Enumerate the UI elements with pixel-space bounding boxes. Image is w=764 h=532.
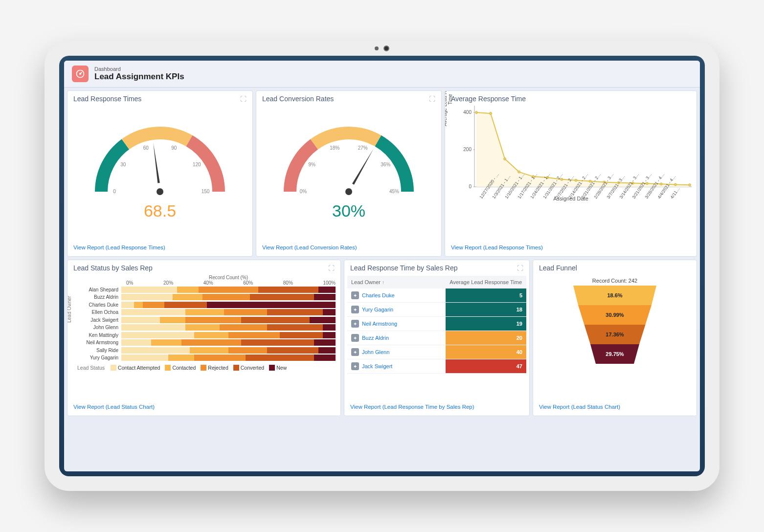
user-icon: ✦ xyxy=(351,306,359,313)
stacked-bar-row: Neil Armstrong xyxy=(72,339,336,346)
value-cell: 40 xyxy=(446,345,526,359)
svg-text:60: 60 xyxy=(143,145,149,151)
svg-text:36%: 36% xyxy=(381,162,390,167)
owner-cell[interactable]: ✦Yury Gagarin xyxy=(347,303,446,316)
stacked-bar-row: Charles Duke xyxy=(72,301,336,309)
view-report-link[interactable]: View Report (Lead Response Times) xyxy=(73,244,165,250)
funnel-segment: 30.99% xyxy=(578,305,652,325)
svg-text:30: 30 xyxy=(120,162,126,167)
user-icon: ✦ xyxy=(351,291,359,299)
svg-text:150: 150 xyxy=(202,189,210,194)
owner-label: Alan Shepard xyxy=(72,287,121,292)
gauge-value: 68.5 xyxy=(72,201,247,221)
value-cell: 47 xyxy=(446,359,526,373)
svg-point-24 xyxy=(475,111,478,114)
value-cell: 5 xyxy=(446,288,526,302)
card-title: Average Response Time xyxy=(451,95,526,103)
stacked-bar-row: Jack Swigert xyxy=(72,316,336,324)
svg-text:90: 90 xyxy=(171,145,177,151)
svg-text:45%: 45% xyxy=(389,189,399,194)
table-row[interactable]: ✦John Glenn 40 xyxy=(347,345,526,359)
page-header: Dashboard Lead Assignment KPIs xyxy=(64,61,700,88)
expand-icon[interactable]: ⛶ xyxy=(240,95,247,103)
tablet-frame: Dashboard Lead Assignment KPIs Lead Resp… xyxy=(45,41,719,491)
x-axis-label: Record Count (%) xyxy=(72,275,336,280)
gauge-chart: 0%9%18%27%36%45% xyxy=(261,106,436,201)
view-report-link[interactable]: View Report (Lead Response Times) xyxy=(451,244,543,250)
svg-text:0: 0 xyxy=(113,189,116,194)
svg-point-15 xyxy=(345,188,352,195)
stacked-bar-row: Ken Mattingly xyxy=(72,332,336,339)
view-report-link[interactable]: View Report (Lead Conversion Rates) xyxy=(262,244,357,250)
x-axis-ticks: 12/27/2020 - …1/3/2021 - 1…1/10/2021 - 1… xyxy=(450,189,692,194)
card-title: Lead Status by Sales Rep xyxy=(73,264,153,272)
table-row[interactable]: ✦Jack Swigert 47 xyxy=(347,359,526,374)
view-report-link[interactable]: View Report (Lead Status Chart) xyxy=(539,404,620,410)
card-lead-conversion-rates: Lead Conversion Rates ⛶ 0%9%18%27%36%45%… xyxy=(256,90,442,257)
card-title: Lead Conversion Rates xyxy=(262,95,334,103)
stacked-bar-row: Sally Ride xyxy=(72,347,336,354)
user-icon: ✦ xyxy=(351,348,359,356)
owner-cell[interactable]: ✦Charles Duke xyxy=(347,288,446,302)
view-report-link[interactable]: View Report (Lead Response Time by Sales… xyxy=(350,404,474,410)
user-icon: ✦ xyxy=(351,320,359,328)
owner-label: Sally Ride xyxy=(72,348,121,353)
table-row[interactable]: ✦Neil Armstrong 19 xyxy=(347,317,526,331)
card-title: Lead Response Time by Sales Rep xyxy=(350,264,457,272)
expand-icon[interactable]: ⛶ xyxy=(328,265,335,272)
gauge-icon xyxy=(72,66,89,82)
tablet-camera xyxy=(370,46,394,51)
page-title: Lead Assignment KPIs xyxy=(94,72,184,82)
expand-icon[interactable]: ⛶ xyxy=(429,95,435,103)
svg-point-39 xyxy=(689,184,691,186)
svg-text:120: 120 xyxy=(193,162,201,167)
table-row[interactable]: ✦Buzz Aldrin 20 xyxy=(347,331,526,345)
user-icon: ✦ xyxy=(351,362,359,370)
svg-text:200: 200 xyxy=(463,147,472,152)
svg-point-37 xyxy=(660,183,662,185)
expand-icon[interactable]: ⛶ xyxy=(517,265,523,272)
value-cell: 18 xyxy=(446,303,526,316)
value-cell: 19 xyxy=(446,317,526,331)
stacked-bar-row: Buzz Aldrin xyxy=(72,293,336,301)
owner-cell[interactable]: ✦Buzz Aldrin xyxy=(347,331,446,345)
card-average-response-time: Average Response Time 0200400 Average Le… xyxy=(445,90,697,257)
stacked-bar-row: Alan Shepard xyxy=(72,286,336,293)
funnel-segment: 29.75% xyxy=(590,344,639,364)
table-row[interactable]: ✦Charles Duke 5 xyxy=(347,288,526,303)
owner-label: Ken Mattingly xyxy=(72,332,121,338)
column-header-owner[interactable]: Lead Owner ↑ xyxy=(347,276,446,288)
owner-cell[interactable]: ✦John Glenn xyxy=(347,345,446,359)
breadcrumb: Dashboard xyxy=(94,66,184,72)
card-lead-status-by-rep: Lead Status by Sales Rep ⛶ Record Count … xyxy=(67,260,341,416)
stacked-bar-row: Ellen Ochoa xyxy=(72,309,336,316)
user-icon: ✦ xyxy=(351,334,359,342)
svg-point-38 xyxy=(674,183,676,186)
column-header-value[interactable]: Average Lead Response Time xyxy=(446,276,526,288)
sort-ascending-icon: ↑ xyxy=(382,280,384,285)
owner-label: John Glenn xyxy=(72,325,121,330)
stacked-bar-row: John Glenn xyxy=(72,324,336,331)
view-report-link[interactable]: View Report (Lead Status Chart) xyxy=(73,404,155,410)
owner-cell[interactable]: ✦Jack Swigert xyxy=(347,359,446,373)
svg-point-31 xyxy=(575,179,577,181)
svg-text:400: 400 xyxy=(463,110,472,115)
svg-text:27%: 27% xyxy=(358,145,368,151)
card-title: Lead Funnel xyxy=(539,264,577,272)
card-response-time-by-rep: Lead Response Time by Sales Rep ⛶ Lead O… xyxy=(344,260,530,416)
svg-text:18%: 18% xyxy=(330,145,339,151)
svg-point-25 xyxy=(490,112,492,114)
stacked-bar-row: Yury Gagarin xyxy=(72,354,336,361)
funnel-chart: 18.6%30.99%17.36%29.75% xyxy=(573,286,656,364)
svg-point-27 xyxy=(518,171,520,173)
svg-point-1 xyxy=(80,73,81,75)
owner-cell[interactable]: ✦Neil Armstrong xyxy=(347,317,446,331)
y-axis-label: Average Lead Response Time xyxy=(445,90,453,129)
table-row[interactable]: ✦Yury Gagarin 18 xyxy=(347,303,526,317)
owner-label: Yury Gagarin xyxy=(72,355,121,360)
owner-label: Neil Armstrong xyxy=(72,340,121,345)
svg-text:9%: 9% xyxy=(309,162,316,167)
screen: Dashboard Lead Assignment KPIs Lead Resp… xyxy=(59,56,705,476)
svg-point-8 xyxy=(157,188,163,195)
owner-label: Jack Swigert xyxy=(72,317,121,323)
